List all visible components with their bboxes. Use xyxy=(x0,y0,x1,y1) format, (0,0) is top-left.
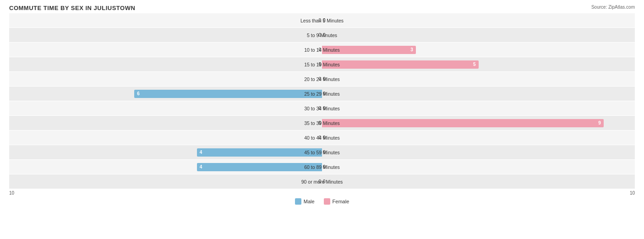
axis-right: 10 xyxy=(630,190,635,196)
legend-male-color xyxy=(295,198,301,205)
female-side: 3 xyxy=(322,43,635,57)
chart-row: 445 to 59 Minutes0 xyxy=(9,145,635,159)
row-label: 10 to 14 Minutes xyxy=(304,47,340,53)
female-bar: 5 xyxy=(322,60,479,69)
row-label: 5 to 9 Minutes xyxy=(307,33,337,38)
female-side: 0 xyxy=(322,130,635,145)
row-label: 35 to 39 Minutes xyxy=(304,120,340,126)
male-side: 0 xyxy=(9,13,322,27)
legend-male: Male xyxy=(295,198,315,205)
source-label: Source: ZipAtlas.com xyxy=(591,5,635,10)
row-label: 30 to 34 Minutes xyxy=(304,106,340,111)
male-side: 0 xyxy=(9,116,322,130)
row-label: 90 or more Minutes xyxy=(301,179,343,185)
male-side: 0 xyxy=(9,130,322,145)
row-label: 15 to 19 Minutes xyxy=(304,62,340,67)
row-label: 60 to 89 Minutes xyxy=(304,164,340,170)
legend-female: Female xyxy=(324,198,349,205)
chart-row: 05 to 9 Minutes0 xyxy=(9,28,635,42)
chart-row: 035 to 39 Minutes9 xyxy=(9,116,635,130)
male-bar: 4 xyxy=(197,163,322,171)
chart-title: COMMUTE TIME BY SEX IN JULIUSTOWN xyxy=(9,5,635,11)
legend-female-label: Female xyxy=(333,199,349,204)
male-bar: 4 xyxy=(197,148,322,157)
male-side: 4 xyxy=(9,145,322,159)
female-side: 0 xyxy=(322,145,635,159)
male-side: 0 xyxy=(9,72,322,86)
row-label: 45 to 59 Minutes xyxy=(304,150,340,155)
chart-row: 0Less than 5 Minutes0 xyxy=(9,13,635,27)
male-bar: 6 xyxy=(134,90,322,98)
legend-female-color xyxy=(324,198,330,205)
chart-row: 040 to 44 Minutes0 xyxy=(9,130,635,145)
female-side: 0 xyxy=(322,13,635,27)
chart-container: COMMUTE TIME BY SEX IN JULIUSTOWN Source… xyxy=(0,0,644,239)
legend-male-label: Male xyxy=(304,199,315,204)
male-side: 6 xyxy=(9,87,322,101)
female-side: 9 xyxy=(322,116,635,130)
female-side: 0 xyxy=(322,174,635,189)
female-side: 0 xyxy=(322,160,635,174)
male-side: 0 xyxy=(9,43,322,57)
row-label: 20 to 24 Minutes xyxy=(304,76,340,82)
row-label: 25 to 29 Minutes xyxy=(304,91,340,97)
male-side: 0 xyxy=(9,101,322,115)
chart-row: 015 to 19 Minutes5 xyxy=(9,57,635,71)
female-side: 0 xyxy=(322,87,635,101)
female-bar: 9 xyxy=(322,119,604,127)
chart-row: 010 to 14 Minutes3 xyxy=(9,43,635,57)
axis-left: 10 xyxy=(9,190,14,196)
male-side: 0 xyxy=(9,174,322,189)
chart-row: 090 or more Minutes0 xyxy=(9,174,635,189)
female-side: 0 xyxy=(322,72,635,86)
female-side: 0 xyxy=(322,101,635,115)
legend: Male Female xyxy=(9,198,635,205)
female-side: 0 xyxy=(322,28,635,42)
chart-area: 0Less than 5 Minutes005 to 9 Minutes0010… xyxy=(9,13,635,189)
axis-row: 10 10 xyxy=(9,190,635,196)
chart-row: 460 to 89 Minutes0 xyxy=(9,160,635,174)
chart-row: 030 to 34 Minutes0 xyxy=(9,101,635,115)
row-label: 40 to 44 Minutes xyxy=(304,135,340,141)
row-label: Less than 5 Minutes xyxy=(300,18,344,23)
chart-row: 625 to 29 Minutes0 xyxy=(9,87,635,101)
chart-row: 020 to 24 Minutes0 xyxy=(9,72,635,86)
female-side: 5 xyxy=(322,57,635,71)
male-side: 0 xyxy=(9,57,322,71)
male-side: 0 xyxy=(9,28,322,42)
male-side: 4 xyxy=(9,160,322,174)
